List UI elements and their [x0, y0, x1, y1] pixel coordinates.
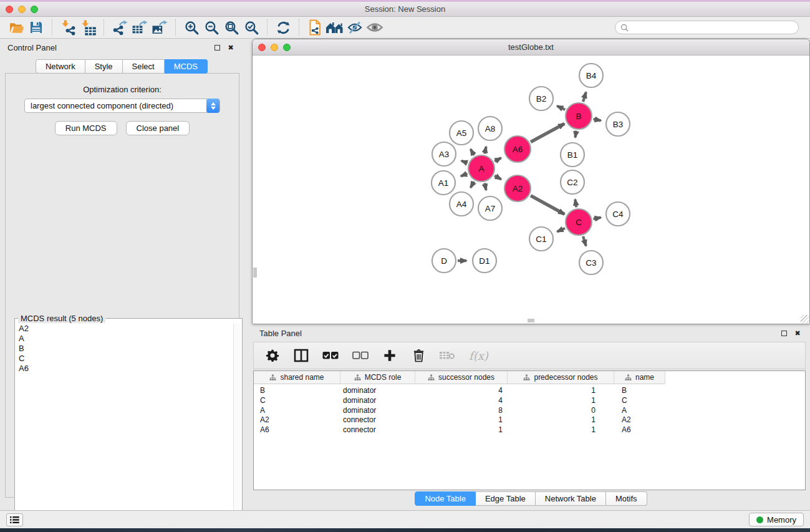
edge-B-B1[interactable] — [575, 131, 576, 138]
edge-A-A4[interactable] — [471, 181, 475, 188]
mcds-result-item[interactable]: B — [16, 344, 233, 354]
edge-A-A8[interactable] — [485, 147, 486, 153]
refresh-icon[interactable] — [273, 18, 293, 37]
column-header-successor-nodes[interactable]: successor nodes — [415, 371, 508, 384]
node-C2[interactable]: C2 — [561, 170, 584, 194]
edge-C-C2[interactable] — [575, 200, 576, 208]
network-graph[interactable]: AA1A2A3A4A5A6A7A8BB1B2B3B4CC1C2C3C4DD1 — [253, 56, 809, 324]
node-A7[interactable]: A7 — [478, 196, 502, 220]
horizontal-scrollbar-thumb[interactable] — [528, 319, 534, 322]
show-hide-details-icon[interactable] — [345, 18, 365, 37]
node-A1[interactable]: A1 — [432, 171, 455, 195]
table-row[interactable]: A6connector11A6 — [254, 425, 805, 435]
float-table-panel-icon[interactable] — [779, 328, 789, 338]
node-A8[interactable]: A8 — [478, 117, 502, 140]
export-image-icon[interactable] — [150, 18, 170, 37]
column-header-name[interactable]: name — [614, 371, 665, 384]
table-settings-icon[interactable] — [265, 347, 280, 364]
zoom-fit-icon[interactable] — [221, 18, 241, 37]
node-A6[interactable]: A6 — [504, 136, 531, 162]
zoom-out-icon[interactable] — [201, 18, 221, 37]
network-window-titlebar[interactable]: testGlobe.txt — [253, 39, 809, 56]
network-canvas[interactable]: AA1A2A3A4A5A6A7A8BB1B2B3B4CC1C2C3C4DD1 — [253, 56, 809, 324]
close-panel-icon[interactable]: ✖ — [226, 42, 236, 52]
node-D[interactable]: D — [432, 249, 456, 273]
node-A2[interactable]: A2 — [504, 175, 531, 201]
table-row[interactable]: A2connector11A2 — [254, 415, 805, 425]
table-row[interactable]: Cdominator41C — [254, 396, 805, 406]
mcds-result-item[interactable]: A6 — [16, 364, 233, 374]
tab-network[interactable]: Network — [36, 59, 85, 74]
split-panel-icon[interactable] — [294, 347, 309, 364]
mcds-result-item[interactable]: A — [16, 334, 233, 344]
tab-network-table[interactable]: Network Table — [536, 491, 606, 506]
mcds-result-list[interactable]: A2ABCA6 — [16, 324, 233, 530]
tab-motifs[interactable]: Motifs — [606, 491, 647, 506]
add-column-icon[interactable] — [382, 347, 397, 364]
mcds-result-item[interactable]: C — [16, 354, 233, 364]
close-panel-button[interactable]: Close panel — [126, 121, 190, 135]
save-session-icon[interactable] — [26, 18, 46, 37]
select-all-rows-icon[interactable] — [322, 347, 339, 364]
tab-edge-table[interactable]: Edge Table — [476, 491, 536, 506]
edge-A-A6[interactable] — [494, 158, 501, 162]
node-B[interactable]: B — [566, 103, 592, 129]
column-header-predecessor-nodes[interactable]: predecessor nodes — [508, 371, 614, 384]
node-B3[interactable]: B3 — [606, 112, 630, 136]
node-B2[interactable]: B2 — [529, 87, 553, 110]
optimization-criterion-select[interactable]: largest connected component (directed) — [24, 99, 220, 113]
export-network-icon[interactable] — [110, 18, 130, 37]
node-D1[interactable]: D1 — [473, 249, 496, 273]
edge-C-C1[interactable] — [557, 228, 566, 232]
edge-A-A3[interactable] — [461, 161, 468, 163]
node-A3[interactable]: A3 — [432, 142, 456, 166]
mcds-result-item[interactable]: A2 — [16, 324, 233, 334]
tab-mcds[interactable]: MCDS — [165, 59, 208, 74]
search-box[interactable] — [615, 21, 799, 34]
tab-node-table[interactable]: Node Table — [415, 491, 476, 506]
edge-A-A2[interactable] — [494, 176, 501, 180]
deselect-all-rows-icon[interactable] — [352, 347, 369, 364]
node-A[interactable]: A — [468, 155, 494, 181]
edge-A-A1[interactable] — [461, 173, 467, 176]
open-session-icon[interactable] — [6, 18, 26, 37]
edge-A2-C[interactable] — [531, 196, 564, 215]
zoom-in-icon[interactable] — [181, 18, 201, 37]
import-table-icon[interactable] — [78, 18, 98, 37]
tab-style[interactable]: Style — [85, 59, 123, 74]
edge-A-A7[interactable] — [485, 183, 486, 190]
birdseye-view-icon[interactable] — [365, 18, 385, 37]
float-panel-icon[interactable] — [212, 42, 222, 52]
new-network-from-selection-icon[interactable] — [305, 18, 325, 37]
search-input[interactable] — [629, 23, 793, 32]
edge-A6-B[interactable] — [531, 123, 564, 142]
edge-C-C4[interactable] — [594, 218, 601, 219]
column-header-shared-name[interactable]: shared name — [254, 371, 340, 384]
edge-B-B3[interactable] — [594, 119, 601, 120]
node-C1[interactable]: C1 — [529, 227, 553, 251]
node-A4[interactable]: A4 — [450, 192, 473, 216]
node-C3[interactable]: C3 — [579, 251, 603, 274]
import-network-icon[interactable] — [58, 18, 78, 37]
node-C4[interactable]: C4 — [606, 202, 630, 226]
edge-B-B2[interactable] — [557, 106, 565, 110]
node-B4[interactable]: B4 — [579, 64, 603, 87]
node-A5[interactable]: A5 — [450, 121, 473, 145]
tab-select[interactable]: Select — [123, 59, 165, 74]
column-header-MCDS-role[interactable]: MCDS role — [340, 371, 415, 384]
export-table-icon[interactable] — [130, 18, 150, 37]
delete-columns-icon[interactable] — [411, 347, 426, 364]
edge-C-C3[interactable] — [583, 236, 586, 246]
resize-grip[interactable] — [801, 315, 809, 323]
table-row[interactable]: Bdominator41B — [254, 386, 805, 396]
table-row[interactable]: Adominator80A — [254, 406, 805, 416]
mcds-list-scrollbar[interactable] — [233, 324, 241, 530]
close-table-panel-icon[interactable]: ✖ — [793, 328, 803, 338]
task-history-button[interactable] — [6, 513, 23, 526]
run-mcds-button[interactable]: Run MCDS — [55, 121, 117, 135]
node-B1[interactable]: B1 — [561, 143, 584, 167]
edge-A-A5[interactable] — [471, 149, 475, 155]
vertical-scrollbar-thumb[interactable] — [253, 268, 257, 278]
memory-button[interactable]: Memory — [749, 513, 804, 526]
home-icon[interactable] — [325, 18, 345, 37]
